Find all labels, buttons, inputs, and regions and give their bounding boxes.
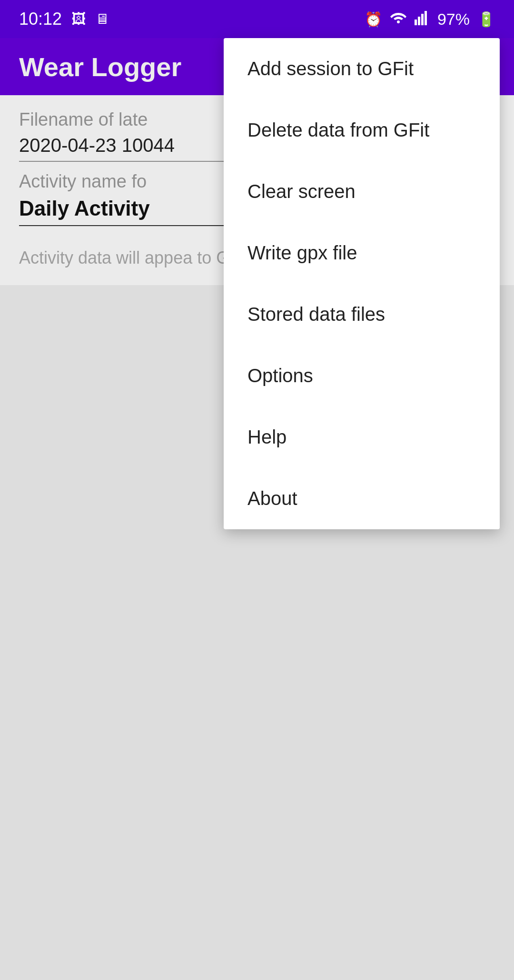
status-left: 10:12 🖼 🖥 bbox=[19, 9, 109, 29]
screen-icon: 🖥 bbox=[95, 11, 109, 27]
alarm-icon: ⏰ bbox=[365, 11, 382, 28]
status-bar: 10:12 🖼 🖥 ⏰ 97% 🔋 bbox=[0, 0, 514, 38]
menu-item-clear-screen[interactable]: Clear screen bbox=[224, 161, 500, 222]
svg-point-0 bbox=[397, 20, 400, 23]
menu-item-about[interactable]: About bbox=[224, 468, 500, 529]
svg-rect-1 bbox=[415, 20, 417, 25]
menu-item-help[interactable]: Help bbox=[224, 406, 500, 468]
menu-item-options[interactable]: Options bbox=[224, 345, 500, 406]
menu-item-write-gpx[interactable]: Write gpx file bbox=[224, 222, 500, 284]
status-time: 10:12 bbox=[19, 9, 62, 29]
svg-rect-2 bbox=[418, 17, 420, 25]
svg-rect-4 bbox=[425, 11, 427, 25]
image-icon: 🖼 bbox=[71, 11, 86, 27]
battery-text: 97% bbox=[437, 10, 470, 29]
signal-icon bbox=[415, 10, 430, 29]
dropdown-menu: Add session to GFitDelete data from GFit… bbox=[224, 38, 500, 529]
status-right: ⏰ 97% 🔋 bbox=[365, 9, 495, 30]
menu-item-stored-data[interactable]: Stored data files bbox=[224, 284, 500, 345]
menu-item-add-session[interactable]: Add session to GFit bbox=[224, 38, 500, 99]
svg-rect-3 bbox=[421, 14, 424, 25]
wifi-icon bbox=[390, 9, 407, 30]
menu-item-delete-data[interactable]: Delete data from GFit bbox=[224, 99, 500, 161]
battery-icon: 🔋 bbox=[477, 11, 495, 28]
